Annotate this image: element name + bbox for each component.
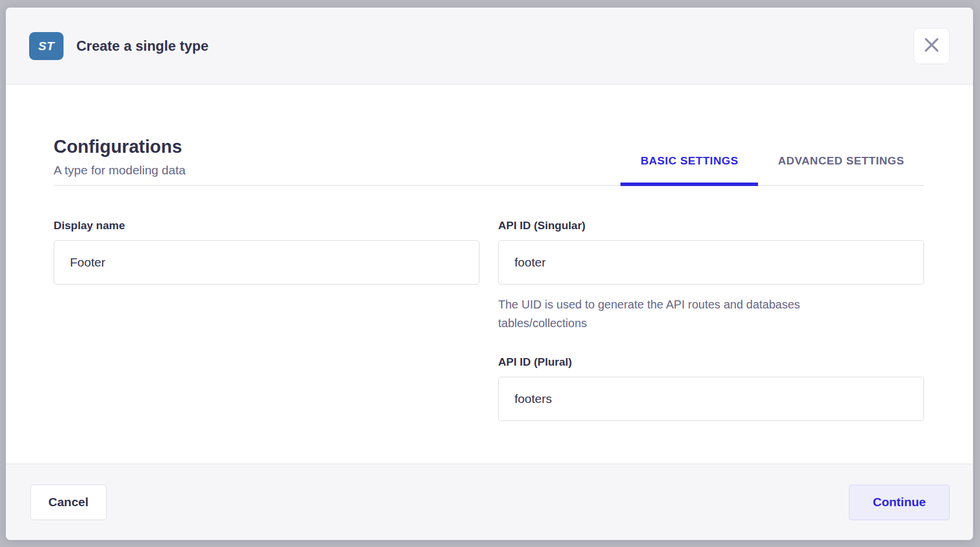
single-type-icon-label: ST (38, 39, 55, 53)
display-name-input[interactable] (54, 240, 480, 285)
tab-advanced-settings[interactable]: ADVANCED SETTINGS (758, 155, 924, 185)
settings-tabs: BASIC SETTINGS ADVANCED SETTINGS (621, 155, 924, 185)
form-column-right: API ID (Singular) The UID is used to gen… (498, 219, 924, 421)
api-id-plural-field-group: API ID (Plural) (498, 356, 924, 421)
close-icon (924, 37, 939, 55)
display-name-label: Display name (54, 219, 480, 232)
single-type-icon: ST (29, 32, 64, 60)
api-id-singular-input[interactable] (498, 240, 924, 285)
configurations-form: Display name API ID (Singular) The UID i… (54, 219, 924, 421)
configurations-titles: Configurations A type for modeling data (54, 137, 621, 185)
tab-basic-settings[interactable]: BASIC SETTINGS (621, 155, 758, 185)
create-single-type-modal: ST Create a single type Configurations A… (6, 8, 973, 540)
api-id-singular-hint: The UID is used to generate the API rout… (498, 295, 883, 332)
configurations-header: Configurations A type for modeling data … (54, 137, 924, 186)
page-title: Configurations (54, 137, 621, 157)
tab-advanced-settings-label: ADVANCED SETTINGS (778, 155, 904, 167)
modal-title: Create a single type (76, 38, 914, 54)
tab-basic-settings-label: BASIC SETTINGS (640, 155, 738, 167)
api-id-plural-input[interactable] (498, 377, 924, 421)
modal-body: Configurations A type for modeling data … (6, 85, 973, 464)
modal-header: ST Create a single type (6, 8, 973, 85)
api-id-singular-label: API ID (Singular) (498, 219, 924, 232)
modal-footer: Cancel Continue (6, 464, 973, 540)
display-name-field-group: Display name (54, 219, 480, 285)
form-column-left: Display name (54, 219, 480, 421)
api-id-singular-field-group: API ID (Singular) The UID is used to gen… (498, 219, 924, 332)
cancel-button[interactable]: Cancel (30, 485, 107, 520)
api-id-plural-label: API ID (Plural) (498, 356, 924, 369)
continue-button[interactable]: Continue (849, 485, 950, 520)
close-button[interactable] (914, 28, 950, 64)
page-subtitle: A type for modeling data (54, 163, 621, 177)
